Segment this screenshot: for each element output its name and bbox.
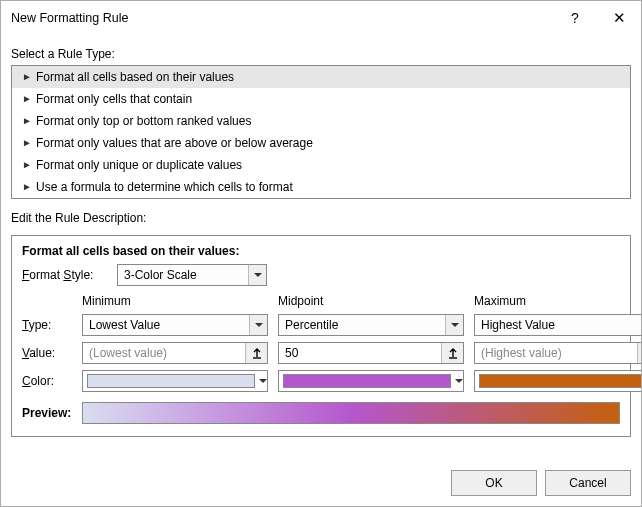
rule-type-item[interactable]: ► Format only unique or duplicate values	[12, 154, 630, 176]
min-color-combo[interactable]	[82, 370, 268, 392]
rule-type-item[interactable]: ► Use a formula to determine which cells…	[12, 176, 630, 198]
preview-label: Preview:	[22, 406, 82, 420]
dialog-content: Select a Rule Type: ► Format all cells b…	[1, 35, 641, 460]
format-style-row: FFormat Style:ormat Style: 3-Color Scale	[22, 264, 620, 286]
format-style-combo[interactable]: 3-Color Scale	[117, 264, 267, 286]
rule-type-text: Use a formula to determine which cells t…	[36, 178, 293, 196]
arrow-icon: ►	[22, 112, 36, 130]
format-style-label: FFormat Style:ormat Style:	[22, 268, 117, 282]
max-value-input	[475, 343, 637, 363]
mid-value-input-wrap	[278, 342, 464, 364]
rule-type-text: Format only values that are above or bel…	[36, 134, 313, 152]
row-label-value: Value:	[22, 346, 72, 360]
dialog-title: New Formatting Rule	[11, 11, 553, 25]
edit-desc-label: Edit the Rule Description:	[11, 211, 631, 225]
arrow-icon: ►	[22, 178, 36, 196]
collapse-dialog-icon[interactable]	[245, 343, 267, 363]
rule-type-list: ► Format all cells based on their values…	[11, 65, 631, 199]
desc-title: Format all cells based on their values:	[22, 244, 620, 258]
dialog-footer: OK Cancel	[1, 460, 641, 506]
rule-type-item[interactable]: ► Format only cells that contain	[12, 88, 630, 110]
arrow-icon: ►	[22, 156, 36, 174]
cancel-button[interactable]: Cancel	[545, 470, 631, 496]
rule-type-item[interactable]: ► Format all cells based on their values	[12, 66, 630, 88]
max-value-input-wrap	[474, 342, 641, 364]
preview-bar	[82, 402, 620, 424]
new-formatting-rule-dialog: New Formatting Rule ? ✕ Select a Rule Ty…	[0, 0, 642, 507]
rule-type-item[interactable]: ► Format only top or bottom ranked value…	[12, 110, 630, 132]
chevron-down-icon	[455, 379, 463, 383]
min-type-value: Lowest Value	[83, 318, 249, 332]
help-button[interactable]: ?	[553, 2, 597, 34]
row-label-type: Type:	[22, 318, 72, 332]
min-value-input	[83, 343, 245, 363]
max-type-value: Highest Value	[475, 318, 641, 332]
min-value-input-wrap	[82, 342, 268, 364]
preview-row: Preview:	[22, 402, 620, 424]
min-color-swatch	[87, 374, 255, 388]
mid-color-combo[interactable]	[278, 370, 464, 392]
rule-description-panel: Format all cells based on their values: …	[11, 235, 631, 437]
arrow-icon: ►	[22, 134, 36, 152]
mid-color-swatch	[283, 374, 451, 388]
rule-type-text: Format only cells that contain	[36, 90, 192, 108]
arrow-icon: ►	[22, 68, 36, 86]
rule-type-text: Format only top or bottom ranked values	[36, 112, 251, 130]
close-button[interactable]: ✕	[597, 2, 641, 34]
mid-type-combo[interactable]: Percentile	[278, 314, 464, 336]
titlebar: New Formatting Rule ? ✕	[1, 1, 641, 35]
format-style-value: 3-Color Scale	[118, 268, 248, 282]
arrow-icon: ►	[22, 90, 36, 108]
chevron-down-icon	[248, 265, 266, 285]
collapse-dialog-icon[interactable]	[441, 343, 463, 363]
collapse-dialog-icon[interactable]	[637, 343, 641, 363]
min-type-combo[interactable]: Lowest Value	[82, 314, 268, 336]
rule-type-item[interactable]: ► Format only values that are above or b…	[12, 132, 630, 154]
ok-button[interactable]: OK	[451, 470, 537, 496]
max-color-combo[interactable]	[474, 370, 641, 392]
rule-type-label: Select a Rule Type:	[11, 47, 631, 61]
max-type-combo[interactable]: Highest Value	[474, 314, 641, 336]
scale-grid: Minimum Midpoint Maximum Type: Lowest Va…	[22, 294, 620, 392]
chevron-down-icon	[259, 379, 267, 383]
mid-type-value: Percentile	[279, 318, 445, 332]
mid-value-input[interactable]	[279, 343, 441, 363]
row-label-color: Color:	[22, 374, 72, 388]
col-header-mid: Midpoint	[278, 294, 464, 308]
rule-type-text: Format all cells based on their values	[36, 68, 234, 86]
max-color-swatch	[479, 374, 641, 388]
chevron-down-icon	[445, 315, 463, 335]
chevron-down-icon	[249, 315, 267, 335]
col-header-max: Maximum	[474, 294, 641, 308]
col-header-min: Minimum	[82, 294, 268, 308]
rule-type-text: Format only unique or duplicate values	[36, 156, 242, 174]
